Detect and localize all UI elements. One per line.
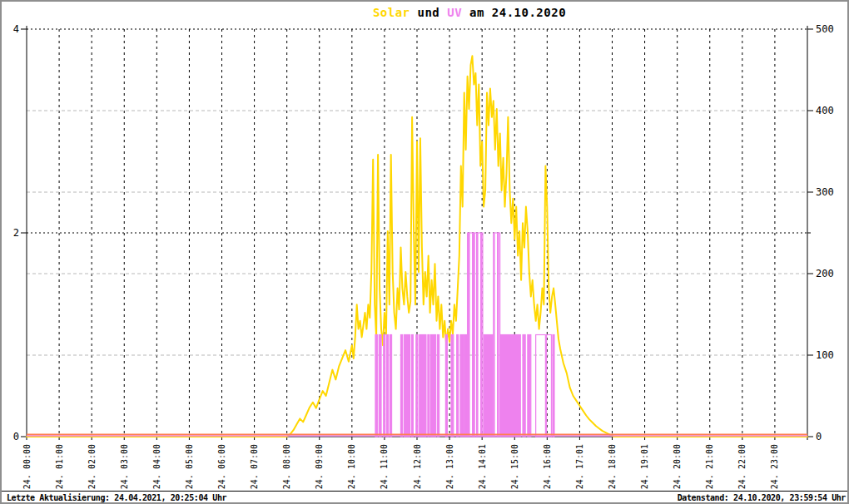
x-tick-label: 24. 21:00	[705, 444, 714, 489]
x-tick-label: 24. 01:00	[55, 444, 64, 489]
uv-bar	[523, 335, 525, 437]
x-tick-label: 24. 02:00	[87, 444, 97, 489]
x-tick-label: 24. 05:00	[185, 444, 194, 489]
x-tick-label: 24. 14:01	[478, 444, 487, 489]
uv-bar	[474, 233, 483, 437]
uv-bar	[411, 335, 413, 437]
uv-bar	[404, 335, 410, 437]
uv-bar	[536, 335, 546, 437]
uv-bar	[468, 233, 474, 437]
chart-plot-area: 24. 00:0024. 01:0024. 02:0024. 03:0024. …	[2, 2, 849, 491]
uv-bar	[438, 335, 439, 437]
right-tick-label: 400	[816, 105, 834, 116]
x-tick-label: 24. 12:00	[413, 444, 422, 489]
x-tick-label: 24. 04:00	[152, 444, 161, 489]
x-tick-label: 24. 00:00	[22, 444, 32, 489]
last-update-text: Letzte Aktualisierung: 24.04.2021, 20:25…	[7, 492, 226, 504]
solar-uv-chart-window: Solar und UV am 24.10.2020 24. 00:0024. …	[0, 0, 849, 504]
uv-bar	[500, 335, 520, 437]
x-tick-label: 24. 18:00	[608, 444, 617, 489]
uv-bar	[484, 335, 493, 437]
left-tick-label: 0	[13, 431, 19, 442]
x-tick-label: 24. 10:00	[347, 444, 356, 489]
uv-bar	[464, 335, 467, 437]
uv-bar	[460, 335, 464, 437]
uv-bar	[384, 335, 385, 437]
uv-bar	[451, 335, 454, 437]
x-tick-label: 24. 20:00	[673, 444, 682, 489]
x-tick-label: 24. 07:00	[250, 444, 259, 489]
x-tick-label: 24. 15:00	[510, 444, 519, 489]
uv-bar	[430, 335, 435, 437]
x-tick-label: 24. 23:00	[770, 444, 779, 489]
status-bar: Letzte Aktualisierung: 24.04.2021, 20:25…	[2, 491, 849, 504]
x-tick-label: 24. 22:00	[737, 444, 747, 489]
uv-bar	[553, 335, 554, 437]
right-tick-label: 0	[816, 431, 822, 442]
uv-bar	[528, 335, 531, 437]
right-tick-label: 100	[816, 349, 834, 361]
x-tick-label: 24. 11:00	[380, 444, 389, 489]
uv-bar	[379, 335, 381, 437]
uv-bar	[400, 335, 402, 437]
x-tick-label: 24. 03:00	[120, 444, 129, 489]
data-timestamp-text: Datenstand: 24.10.2020, 23:59:54 Uhr	[678, 492, 846, 504]
uv-bar	[390, 335, 392, 437]
x-tick-label: 24. 19:01	[640, 444, 649, 489]
x-tick-label: 24. 06:00	[217, 444, 226, 489]
x-tick-label: 24. 08:00	[282, 444, 291, 489]
x-tick-label: 24. 13:00	[445, 444, 454, 489]
uv-bar	[494, 233, 500, 437]
x-tick-label: 24. 17:01	[575, 444, 584, 489]
uv-bar	[428, 335, 429, 437]
right-tick-label: 200	[816, 268, 834, 279]
uv-bar	[387, 335, 389, 437]
right-tick-label: 500	[816, 23, 834, 35]
x-tick-label: 24. 16:00	[543, 444, 552, 489]
x-tick-label: 24. 09:00	[315, 444, 324, 489]
uv-bar	[416, 335, 418, 437]
uv-bar	[457, 335, 459, 437]
left-tick-label: 4	[13, 23, 19, 35]
uv-bar	[445, 335, 447, 437]
left-tick-label: 2	[13, 227, 19, 239]
uv-bar	[420, 335, 426, 437]
uv-bar	[375, 335, 377, 437]
right-tick-label: 300	[816, 186, 834, 198]
